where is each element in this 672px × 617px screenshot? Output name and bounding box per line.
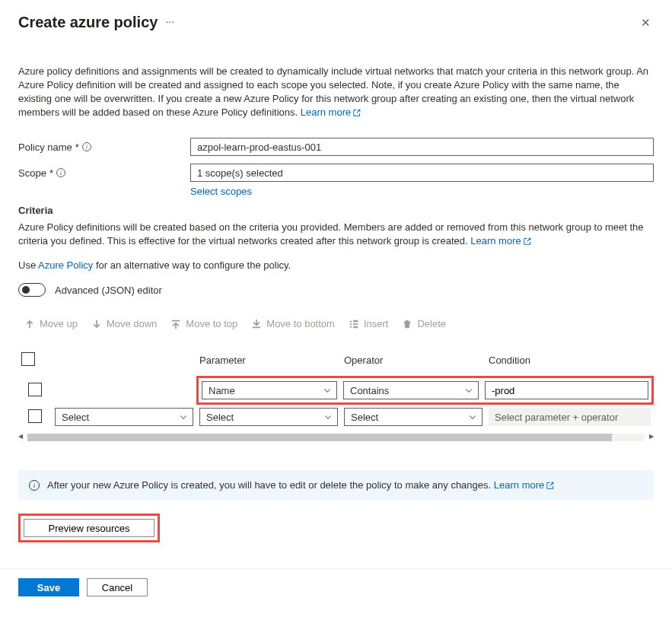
select-scopes-link[interactable]: Select scopes bbox=[190, 186, 252, 197]
advanced-json-label: Advanced (JSON) editor bbox=[55, 285, 162, 296]
arrow-to-top-icon bbox=[170, 319, 181, 329]
close-icon[interactable]: ✕ bbox=[638, 14, 654, 31]
cancel-button[interactable]: Cancel bbox=[87, 578, 148, 596]
operator-select[interactable]: Select bbox=[344, 408, 483, 426]
condition-input[interactable] bbox=[485, 381, 648, 399]
criteria-toolbar: Move up Move down Move to top Move to bo… bbox=[24, 318, 654, 329]
info-icon[interactable]: i bbox=[82, 142, 91, 151]
advanced-json-toggle[interactable] bbox=[18, 283, 46, 297]
footer: Save Cancel bbox=[0, 568, 672, 606]
criteria-row: Select Select Select bbox=[18, 405, 654, 429]
criteria-row: Name Contains bbox=[18, 376, 654, 405]
chevron-down-icon bbox=[468, 412, 477, 421]
scroll-right-icon[interactable]: ▶ bbox=[649, 433, 654, 440]
chevron-down-icon bbox=[179, 412, 188, 421]
criteria-text-2: Use Azure Policy for an alternative way … bbox=[18, 259, 654, 272]
move-up-button: Move up bbox=[24, 318, 78, 329]
info-icon[interactable]: i bbox=[56, 168, 65, 177]
horizontal-scrollbar[interactable]: ◀ ▶ bbox=[18, 434, 654, 443]
azure-policy-link[interactable]: Azure Policy bbox=[38, 259, 93, 271]
col-condition: Condition bbox=[486, 348, 654, 376]
arrow-to-bottom-icon bbox=[251, 319, 262, 329]
move-to-top-button: Move to top bbox=[170, 318, 237, 329]
parameter-select[interactable]: Select bbox=[199, 408, 338, 426]
criteria-text-1: Azure Policy definitions will be created… bbox=[18, 221, 654, 248]
info-icon: i bbox=[29, 480, 40, 491]
condition-disabled: Select parameter + operator bbox=[489, 408, 651, 426]
preview-highlight: Preview resources bbox=[18, 514, 160, 542]
row-checkbox[interactable] bbox=[28, 409, 42, 423]
scroll-left-icon[interactable]: ◀ bbox=[18, 433, 23, 440]
criteria-table: Parameter Operator Condition Name Contai bbox=[18, 348, 654, 429]
move-to-bottom-button: Move to bottom bbox=[251, 318, 335, 329]
select-all-checkbox[interactable] bbox=[21, 352, 35, 366]
chevron-down-icon bbox=[464, 386, 473, 395]
learn-more-link[interactable]: Learn more bbox=[470, 235, 530, 246]
insert-icon bbox=[349, 319, 359, 329]
policy-name-label: Policy name * i bbox=[18, 142, 190, 153]
more-icon[interactable]: ··· bbox=[165, 15, 174, 30]
chevron-down-icon bbox=[323, 412, 333, 421]
learn-more-link[interactable]: Learn more bbox=[494, 479, 554, 491]
logic-select[interactable]: Select bbox=[55, 408, 193, 426]
col-parameter: Parameter bbox=[196, 348, 341, 376]
move-down-button: Move down bbox=[91, 318, 157, 329]
trash-icon bbox=[402, 319, 412, 329]
banner-text: After your new Azure Policy is created, … bbox=[47, 479, 491, 491]
scope-label: Scope * i bbox=[18, 167, 190, 179]
arrow-up-icon bbox=[24, 319, 35, 329]
col-operator: Operator bbox=[341, 348, 486, 376]
chevron-down-icon bbox=[323, 386, 332, 395]
scope-input[interactable] bbox=[190, 164, 654, 182]
operator-select[interactable]: Contains bbox=[343, 381, 479, 399]
preview-resources-button[interactable]: Preview resources bbox=[24, 519, 154, 537]
delete-button: Delete bbox=[402, 318, 446, 329]
learn-more-link[interactable]: Learn more bbox=[301, 107, 361, 118]
info-banner: i After your new Azure Policy is created… bbox=[18, 470, 654, 500]
description-text: Azure policy definitions and assignments… bbox=[18, 65, 654, 119]
page-title: Create azure policy bbox=[18, 14, 158, 31]
criteria-title: Criteria bbox=[18, 205, 654, 216]
arrow-down-icon bbox=[91, 319, 102, 329]
policy-name-input[interactable] bbox=[190, 138, 654, 156]
parameter-select[interactable]: Name bbox=[202, 381, 337, 399]
save-button[interactable]: Save bbox=[18, 578, 79, 596]
blade-header: Create azure policy ··· ✕ bbox=[18, 14, 654, 31]
row-checkbox[interactable] bbox=[28, 383, 42, 396]
insert-button: Insert bbox=[349, 318, 389, 329]
